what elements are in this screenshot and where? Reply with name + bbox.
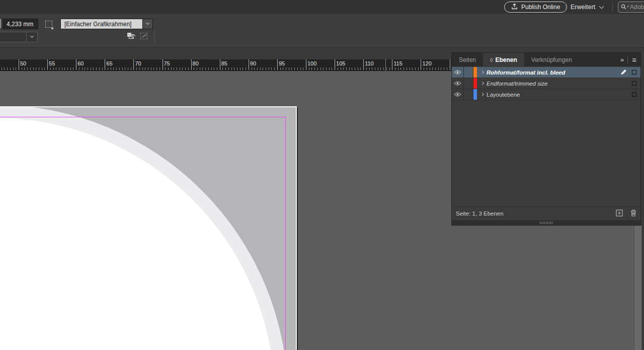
- layer-color-bar: [473, 89, 477, 100]
- layer-name[interactable]: Rohformat/format incl. bleed: [487, 69, 566, 76]
- menu-bar: Publish Online Erweitert: [0, 0, 644, 14]
- page-layers-status: Seite: 1, 3 Ebenen: [456, 211, 504, 217]
- expand-chevron-icon[interactable]: [480, 93, 484, 96]
- object-style-value: [Einfacher Grafikrahmen]: [60, 19, 142, 29]
- publish-online-label: Publish Online: [521, 4, 560, 11]
- clipped-dropdown[interactable]: [0, 32, 38, 42]
- tab-state-icon: ◊: [490, 57, 493, 63]
- tab-ebenen[interactable]: ◊ Ebenen: [483, 53, 524, 66]
- tab-label: Ebenen: [495, 56, 517, 63]
- advanced-label: Erweitert: [571, 4, 595, 11]
- target-square[interactable]: [632, 92, 636, 97]
- tab-seiten[interactable]: Seiten: [452, 53, 483, 66]
- eye-icon: [454, 81, 461, 86]
- layers-panel: Seiten ◊ Ebenen Verknüpfungen » ≡: [451, 52, 641, 226]
- clear-overrides-icon[interactable]: [127, 32, 136, 40]
- lock-toggle[interactable]: [464, 78, 473, 89]
- controlbar-separator: [154, 29, 154, 44]
- collapse-panel-icon[interactable]: »: [620, 56, 623, 63]
- eye-icon: [454, 92, 461, 97]
- layer-name[interactable]: Endformat/trimmed size: [487, 81, 547, 87]
- indesign-app: Publish Online Erweitert [Einfacher Graf…: [0, 0, 644, 350]
- search-box[interactable]: [618, 2, 644, 13]
- panel-tab-bar: Seiten ◊ Ebenen Verknüpfungen » ≡: [452, 53, 640, 66]
- lock-toggle[interactable]: [464, 67, 473, 78]
- chevron-down-icon: [146, 21, 149, 25]
- panel-status-bar: Seite: 1, 3 Ebenen: [452, 206, 640, 220]
- delete-layer-icon[interactable]: [630, 209, 636, 218]
- vertical-scrollbar[interactable]: [634, 226, 642, 350]
- pen-icon: [620, 68, 627, 77]
- search-scope-chevron-icon: [627, 5, 629, 7]
- visibility-toggle[interactable]: [452, 78, 464, 89]
- expand-chevron-icon[interactable]: [480, 71, 484, 74]
- search-input[interactable]: [630, 4, 644, 11]
- publish-online-button[interactable]: Publish Online: [504, 2, 567, 13]
- target-square[interactable]: [632, 81, 636, 86]
- chevron-down-icon: [30, 34, 34, 38]
- expand-chevron-icon[interactable]: [480, 82, 484, 85]
- eye-icon: [454, 70, 461, 75]
- target-square[interactable]: [632, 70, 636, 75]
- layer-color-bar: [473, 78, 477, 89]
- clipped-field-fragment: [0, 19, 1, 28]
- control-bar: [Einfacher Grafikrahmen]: [0, 14, 644, 48]
- layer-name[interactable]: Layoutebene: [487, 92, 520, 98]
- ruler-cursor-indicator: [385, 59, 386, 71]
- object-style-dropdown[interactable]: [Einfacher Grafikrahmen]: [60, 19, 153, 29]
- new-layer-icon[interactable]: [616, 209, 623, 218]
- page-right-edge: [296, 106, 297, 350]
- layer-color-bar: [473, 67, 477, 78]
- tabbar-separator: [627, 56, 628, 63]
- tab-label: Verknüpfungen: [531, 56, 572, 63]
- tab-label: Seiten: [459, 56, 476, 63]
- margin-guide-vertical: [285, 117, 286, 350]
- upload-icon: [511, 3, 518, 11]
- page-top-edge: [0, 106, 297, 107]
- object-style-dropdown-button[interactable]: [142, 19, 153, 29]
- break-style-link-icon[interactable]: [140, 33, 147, 39]
- panel-resize-grip[interactable]: [452, 220, 640, 225]
- layer-row-rohformat[interactable]: Rohformat/format incl. bleed: [452, 67, 640, 78]
- layer-row-layoutebene[interactable]: Layoutebene: [452, 89, 640, 100]
- layer-row-endformat[interactable]: Endformat/trimmed size: [452, 78, 640, 89]
- panel-menu-icon[interactable]: ≡: [632, 55, 636, 64]
- margin-guide-horizontal: [0, 117, 286, 117]
- page-drop-shadow: [297, 107, 298, 350]
- visibility-toggle[interactable]: [452, 89, 464, 100]
- search-icon: [621, 3, 626, 12]
- clipped-dropdown-button[interactable]: [26, 32, 37, 42]
- chevron-down-icon: [599, 4, 604, 9]
- advanced-menu[interactable]: Erweitert: [571, 0, 603, 14]
- corner-radius-field[interactable]: [3, 19, 38, 29]
- tab-verknuepfungen[interactable]: Verknüpfungen: [524, 53, 579, 66]
- menubar-separator: [612, 3, 613, 11]
- document-page[interactable]: [0, 106, 297, 350]
- visibility-toggle[interactable]: [452, 67, 464, 78]
- lock-toggle[interactable]: [464, 89, 473, 100]
- corner-options-icon[interactable]: [45, 21, 52, 28]
- menubar-separator: [565, 3, 566, 11]
